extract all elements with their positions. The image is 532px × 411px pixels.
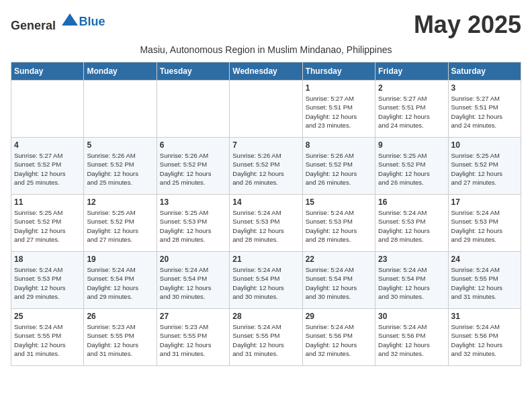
day-number: 7	[232, 140, 299, 150]
day-header-monday: Monday	[84, 62, 157, 81]
day-info: Sunrise: 5:24 AM Sunset: 5:53 PM Dayligh…	[306, 208, 372, 244]
calendar-cell	[84, 81, 157, 138]
calendar-cell: 28Sunrise: 5:24 AM Sunset: 5:55 PM Dayli…	[230, 309, 302, 366]
header: General Blue May 2025	[11, 11, 521, 39]
day-number: 15	[306, 197, 372, 207]
calendar-week-2: 4Sunrise: 5:27 AM Sunset: 5:52 PM Daylig…	[11, 138, 521, 195]
calendar-cell: 13Sunrise: 5:25 AM Sunset: 5:53 PM Dayli…	[157, 195, 229, 252]
calendar-cell: 24Sunrise: 5:24 AM Sunset: 5:55 PM Dayli…	[448, 252, 521, 309]
calendar-cell	[157, 81, 229, 138]
day-number: 14	[232, 197, 299, 207]
day-info: Sunrise: 5:25 AM Sunset: 5:52 PM Dayligh…	[378, 151, 445, 187]
day-number: 1	[306, 83, 372, 93]
day-info: Sunrise: 5:24 AM Sunset: 5:53 PM Dayligh…	[14, 265, 81, 301]
day-header-wednesday: Wednesday	[230, 62, 302, 81]
calendar-body: 1Sunrise: 5:27 AM Sunset: 5:51 PM Daylig…	[11, 81, 521, 366]
day-info: Sunrise: 5:23 AM Sunset: 5:55 PM Dayligh…	[160, 322, 226, 358]
day-number: 18	[14, 255, 81, 264]
day-number: 22	[306, 255, 372, 264]
day-info: Sunrise: 5:24 AM Sunset: 5:56 PM Dayligh…	[378, 322, 445, 358]
calendar-cell: 14Sunrise: 5:24 AM Sunset: 5:53 PM Dayli…	[230, 195, 302, 252]
logo-icon	[60, 11, 79, 30]
calendar-cell: 19Sunrise: 5:24 AM Sunset: 5:54 PM Dayli…	[84, 252, 157, 309]
calendar-cell: 8Sunrise: 5:26 AM Sunset: 5:52 PM Daylig…	[302, 138, 375, 195]
day-header-sunday: Sunday	[11, 62, 84, 81]
calendar-week-5: 25Sunrise: 5:24 AM Sunset: 5:55 PM Dayli…	[11, 309, 521, 366]
day-header-tuesday: Tuesday	[157, 62, 229, 81]
month-title: May 2025	[414, 11, 521, 39]
day-number: 27	[160, 312, 226, 321]
day-number: 16	[378, 197, 445, 207]
day-number: 31	[451, 312, 518, 321]
calendar-cell	[11, 81, 84, 138]
calendar-cell: 22Sunrise: 5:24 AM Sunset: 5:54 PM Dayli…	[302, 252, 375, 309]
calendar-cell: 11Sunrise: 5:25 AM Sunset: 5:52 PM Dayli…	[11, 195, 84, 252]
day-info: Sunrise: 5:24 AM Sunset: 5:56 PM Dayligh…	[451, 322, 518, 358]
day-info: Sunrise: 5:26 AM Sunset: 5:52 PM Dayligh…	[160, 151, 226, 187]
calendar-cell: 6Sunrise: 5:26 AM Sunset: 5:52 PM Daylig…	[157, 138, 229, 195]
day-info: Sunrise: 5:23 AM Sunset: 5:55 PM Dayligh…	[87, 322, 153, 358]
day-header-saturday: Saturday	[448, 62, 521, 81]
calendar-subtitle: Masiu, Autonomous Region in Muslim Minda…	[11, 44, 521, 55]
calendar-cell: 29Sunrise: 5:24 AM Sunset: 5:56 PM Dayli…	[302, 309, 375, 366]
day-number: 4	[14, 140, 81, 150]
day-number: 17	[451, 197, 518, 207]
day-number: 20	[160, 255, 226, 264]
day-info: Sunrise: 5:25 AM Sunset: 5:52 PM Dayligh…	[14, 208, 81, 244]
day-info: Sunrise: 5:24 AM Sunset: 5:53 PM Dayligh…	[232, 208, 299, 244]
calendar-cell: 17Sunrise: 5:24 AM Sunset: 5:53 PM Dayli…	[448, 195, 521, 252]
day-info: Sunrise: 5:25 AM Sunset: 5:52 PM Dayligh…	[87, 208, 153, 244]
calendar-cell: 21Sunrise: 5:24 AM Sunset: 5:54 PM Dayli…	[230, 252, 302, 309]
day-number: 12	[87, 197, 153, 207]
day-info: Sunrise: 5:24 AM Sunset: 5:55 PM Dayligh…	[232, 322, 299, 358]
day-number: 29	[306, 312, 372, 321]
day-info: Sunrise: 5:27 AM Sunset: 5:51 PM Dayligh…	[451, 94, 518, 130]
calendar-table: SundayMondayTuesdayWednesdayThursdayFrid…	[11, 62, 521, 366]
calendar-cell: 3Sunrise: 5:27 AM Sunset: 5:51 PM Daylig…	[448, 81, 521, 138]
day-number: 8	[306, 140, 372, 150]
calendar-cell: 31Sunrise: 5:24 AM Sunset: 5:56 PM Dayli…	[448, 309, 521, 366]
day-number: 2	[378, 83, 445, 93]
calendar-cell: 15Sunrise: 5:24 AM Sunset: 5:53 PM Dayli…	[302, 195, 375, 252]
day-header-friday: Friday	[375, 62, 448, 81]
calendar-cell: 16Sunrise: 5:24 AM Sunset: 5:53 PM Dayli…	[375, 195, 448, 252]
day-info: Sunrise: 5:24 AM Sunset: 5:55 PM Dayligh…	[14, 322, 81, 358]
day-info: Sunrise: 5:24 AM Sunset: 5:53 PM Dayligh…	[451, 208, 518, 244]
day-number: 25	[14, 312, 81, 321]
day-info: Sunrise: 5:24 AM Sunset: 5:54 PM Dayligh…	[378, 265, 445, 301]
day-number: 9	[378, 140, 445, 150]
day-number: 10	[451, 140, 518, 150]
day-number: 26	[87, 312, 153, 321]
day-number: 5	[87, 140, 153, 150]
day-info: Sunrise: 5:24 AM Sunset: 5:53 PM Dayligh…	[378, 208, 445, 244]
logo-blue: Blue	[79, 15, 105, 28]
calendar-cell: 23Sunrise: 5:24 AM Sunset: 5:54 PM Dayli…	[375, 252, 448, 309]
day-number: 19	[87, 255, 153, 264]
calendar-header-row: SundayMondayTuesdayWednesdayThursdayFrid…	[11, 62, 521, 81]
day-info: Sunrise: 5:24 AM Sunset: 5:54 PM Dayligh…	[306, 265, 372, 301]
day-info: Sunrise: 5:25 AM Sunset: 5:52 PM Dayligh…	[451, 151, 518, 187]
day-info: Sunrise: 5:26 AM Sunset: 5:52 PM Dayligh…	[87, 151, 153, 187]
day-number: 28	[232, 312, 299, 321]
calendar-week-1: 1Sunrise: 5:27 AM Sunset: 5:51 PM Daylig…	[11, 81, 521, 138]
calendar-cell: 25Sunrise: 5:24 AM Sunset: 5:55 PM Dayli…	[11, 309, 84, 366]
calendar-cell: 5Sunrise: 5:26 AM Sunset: 5:52 PM Daylig…	[84, 138, 157, 195]
day-info: Sunrise: 5:25 AM Sunset: 5:53 PM Dayligh…	[160, 208, 226, 244]
day-info: Sunrise: 5:24 AM Sunset: 5:55 PM Dayligh…	[451, 265, 518, 301]
calendar-cell: 12Sunrise: 5:25 AM Sunset: 5:52 PM Dayli…	[84, 195, 157, 252]
day-info: Sunrise: 5:24 AM Sunset: 5:54 PM Dayligh…	[87, 265, 153, 301]
calendar-cell: 9Sunrise: 5:25 AM Sunset: 5:52 PM Daylig…	[375, 138, 448, 195]
calendar-cell: 27Sunrise: 5:23 AM Sunset: 5:55 PM Dayli…	[157, 309, 229, 366]
calendar-week-4: 18Sunrise: 5:24 AM Sunset: 5:53 PM Dayli…	[11, 252, 521, 309]
calendar-cell: 10Sunrise: 5:25 AM Sunset: 5:52 PM Dayli…	[448, 138, 521, 195]
calendar-cell: 20Sunrise: 5:24 AM Sunset: 5:54 PM Dayli…	[157, 252, 229, 309]
day-info: Sunrise: 5:27 AM Sunset: 5:51 PM Dayligh…	[306, 94, 372, 130]
calendar-cell	[230, 81, 302, 138]
svg-marker-0	[62, 13, 78, 26]
day-number: 11	[14, 197, 81, 207]
logo: General Blue	[11, 11, 105, 33]
day-number: 21	[232, 255, 299, 264]
day-info: Sunrise: 5:24 AM Sunset: 5:56 PM Dayligh…	[306, 322, 372, 358]
day-info: Sunrise: 5:26 AM Sunset: 5:52 PM Dayligh…	[306, 151, 372, 187]
calendar-cell: 7Sunrise: 5:26 AM Sunset: 5:52 PM Daylig…	[230, 138, 302, 195]
